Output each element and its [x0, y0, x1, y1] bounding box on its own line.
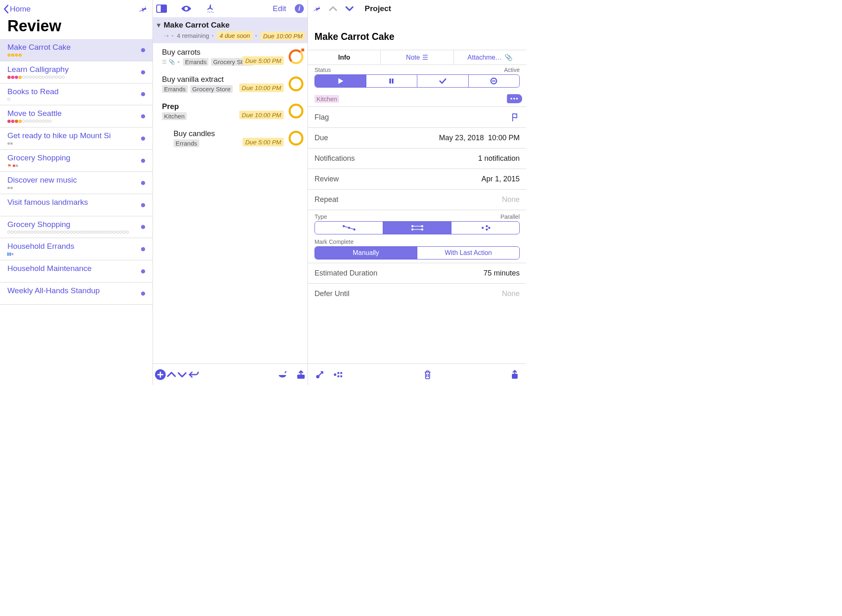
- type-sequential-button[interactable]: [315, 222, 383, 234]
- nav-up-icon: [328, 5, 338, 12]
- sidebar-project[interactable]: Make Carrot Cake: [0, 39, 153, 61]
- info-icon[interactable]: i: [294, 4, 304, 14]
- view-icon[interactable]: [180, 5, 192, 13]
- svg-point-5: [213, 12, 213, 13]
- status-dot: [141, 48, 145, 52]
- notifications-row[interactable]: Notifications 1 notification: [308, 148, 526, 169]
- goto-project-icon[interactable]: [315, 370, 324, 379]
- sidebar-project[interactable]: Discover new music: [0, 172, 153, 194]
- pin-icon[interactable]: [139, 5, 148, 14]
- status-completed-button[interactable]: [417, 75, 469, 87]
- defer-row[interactable]: Defer Until None: [308, 284, 526, 304]
- status-dot: [141, 292, 145, 296]
- share-button[interactable]: [296, 370, 306, 379]
- svg-rect-12: [392, 79, 393, 83]
- tag-chip: Errands: [183, 58, 209, 66]
- svg-point-31: [334, 373, 336, 376]
- type-singleactions-button[interactable]: [451, 222, 519, 234]
- prev-button[interactable]: [166, 371, 177, 378]
- task-status-circle[interactable]: [289, 104, 303, 118]
- trash-icon[interactable]: [423, 370, 432, 380]
- convert-icon[interactable]: [333, 371, 344, 378]
- status-active-button[interactable]: [315, 75, 366, 87]
- svg-point-2: [208, 12, 208, 12]
- review-row[interactable]: Review Apr 1, 2015: [308, 169, 526, 190]
- tab-note[interactable]: Note☰: [381, 50, 453, 65]
- svg-marker-10: [338, 78, 343, 84]
- task-row[interactable]: Buy candlesErrandsDue 5:00 PM: [153, 125, 308, 152]
- mark-manually-button[interactable]: Manually: [315, 247, 417, 259]
- repeat-row[interactable]: Repeat None: [308, 190, 526, 210]
- sidebar-project[interactable]: Move to Seattle: [0, 105, 153, 127]
- status-dot: [141, 225, 145, 229]
- svg-point-29: [488, 227, 490, 229]
- svg-point-32: [338, 372, 340, 374]
- task-name: Buy candles: [173, 129, 303, 138]
- status-segmented-control: [315, 74, 520, 88]
- project-header[interactable]: ▼ Make Carrot Cake ⇢ • 4 remaining • 4 d…: [153, 17, 308, 43]
- due-row[interactable]: Due May 23, 2018 10:00 PM: [308, 128, 526, 148]
- sidebar-project[interactable]: Household Errands: [0, 238, 153, 260]
- edit-button[interactable]: Edit: [273, 4, 286, 13]
- sidebar-project[interactable]: Grocery Shopping: [0, 216, 153, 238]
- disclosure-triangle-icon[interactable]: ▼: [155, 22, 162, 29]
- sidebar-project[interactable]: Visit famous landmarks: [0, 194, 153, 216]
- sidebar-project[interactable]: Learn Calligraphy: [0, 61, 153, 83]
- task-status-circle[interactable]: [289, 49, 303, 64]
- type-segmented-control: [315, 221, 520, 234]
- tag-chip: Errands: [162, 85, 188, 93]
- task-due-badge: Due 10:00 PM: [239, 83, 284, 92]
- tag-chip[interactable]: Kitchen: [315, 95, 339, 103]
- add-button[interactable]: [155, 369, 166, 380]
- undo-button[interactable]: [187, 371, 199, 379]
- sidebar-project[interactable]: Weekly All-Hands Standup: [0, 283, 153, 305]
- quick-entry-button[interactable]: [277, 370, 288, 379]
- project-name: Grocery Shopping: [7, 220, 145, 229]
- svg-point-23: [421, 229, 423, 231]
- project-name: Get ready to hike up Mount Si: [7, 131, 145, 140]
- share-icon[interactable]: [511, 370, 519, 380]
- sidebar-project[interactable]: Get ready to hike up Mount Si: [0, 127, 153, 150]
- project-name: Household Errands: [7, 242, 145, 251]
- sidebar-project[interactable]: Books to Read: [0, 83, 153, 105]
- status-label: Status: [315, 67, 331, 73]
- nav-down-icon[interactable]: [345, 5, 354, 12]
- note-icon: ☰: [422, 53, 428, 61]
- svg-point-22: [421, 225, 423, 227]
- cleanup-icon[interactable]: [206, 4, 215, 14]
- task-status-circle[interactable]: [289, 76, 303, 91]
- svg-rect-11: [389, 79, 391, 83]
- type-parallel-button[interactable]: [383, 222, 451, 234]
- sidebar-project[interactable]: Grocery Shopping⚑: [0, 150, 153, 172]
- tab-info[interactable]: Info: [308, 50, 381, 65]
- sidebar-project[interactable]: Household Maintenance: [0, 260, 153, 283]
- project-name: Visit famous landmarks: [7, 198, 145, 207]
- flag-row[interactable]: Flag: [308, 107, 526, 128]
- sidebar-toggle-icon[interactable]: [156, 5, 167, 13]
- mark-lastaction-button[interactable]: With Last Action: [417, 247, 519, 259]
- chevron-left-icon: [3, 5, 9, 14]
- next-button[interactable]: [177, 371, 187, 378]
- inspector-header-label: Project: [365, 4, 391, 13]
- inspector-column: Project Make Carrot Cake Info Note☰ Atta…: [308, 0, 526, 385]
- pin-icon[interactable]: [313, 5, 321, 13]
- task-row[interactable]: Buy vanilla extractErrands Grocery Store…: [153, 70, 308, 97]
- status-onhold-button[interactable]: [366, 75, 418, 87]
- task-row[interactable]: PrepKitchenDue 10:00 PM: [153, 97, 308, 125]
- task-row[interactable]: Buy carrots☰ 📎•Errands Grocery StoreDue …: [153, 43, 308, 70]
- tab-attachments[interactable]: Attachme…📎: [454, 50, 526, 65]
- status-dot: [141, 159, 145, 163]
- status-dot: [141, 269, 145, 273]
- duration-row[interactable]: Estimated Duration 75 minutes: [308, 263, 526, 284]
- task-name: Buy carrots: [162, 48, 303, 57]
- tags-more-button[interactable]: •••: [507, 94, 522, 103]
- svg-point-33: [338, 375, 340, 377]
- back-home-button[interactable]: Home: [3, 5, 31, 14]
- task-status-circle[interactable]: [289, 131, 303, 146]
- task-name: Prep: [162, 102, 303, 111]
- task-due-badge: Due 5:00 PM: [243, 138, 284, 146]
- svg-line-19: [350, 228, 354, 229]
- inspector-project-name[interactable]: Make Carrot Cake: [308, 17, 526, 50]
- status-dropped-button[interactable]: [469, 75, 520, 87]
- project-header-name: Make Carrot Cake: [164, 21, 303, 30]
